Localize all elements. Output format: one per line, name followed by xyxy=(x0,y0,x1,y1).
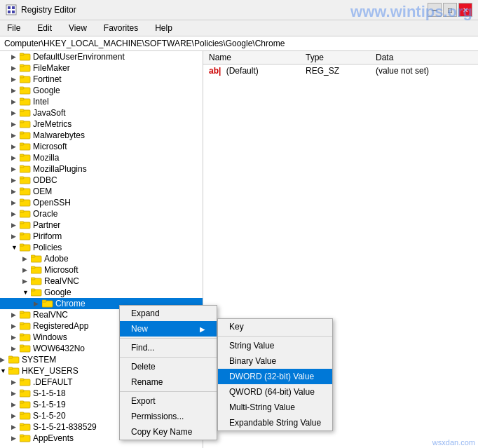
folder-icon xyxy=(20,209,31,219)
tree-item-Partner[interactable]: ▶ Partner xyxy=(0,219,203,231)
expand-arrow: ▶ xyxy=(11,76,20,83)
tree-item-label: OEM xyxy=(33,186,52,196)
tree-item-GooglePolicies[interactable]: ▼ Google xyxy=(0,287,203,298)
tree-item-ODBC[interactable]: ▶ ODBC xyxy=(0,175,203,186)
submenu-item-multiStringValue[interactable]: Multi-String Value xyxy=(218,400,332,415)
menu-edit[interactable]: Edit xyxy=(33,22,56,34)
window-title: Registry Editor xyxy=(21,5,76,15)
tree-item-Microsoft2[interactable]: ▶ Microsoft xyxy=(0,264,203,276)
svg-rect-8 xyxy=(20,65,24,67)
menu-file[interactable]: File xyxy=(3,22,25,34)
tree-item-label: RegisteredApp xyxy=(33,321,88,331)
expand-arrow: ▶ xyxy=(11,379,20,386)
close-button[interactable]: ✕ xyxy=(458,3,472,17)
tree-item-Google[interactable]: ▶ Google xyxy=(0,85,203,96)
context-menu-item-export[interactable]: Export xyxy=(120,393,217,409)
menu-favorites[interactable]: Favorites xyxy=(100,22,142,34)
svg-rect-62 xyxy=(8,367,13,369)
submenu-item-expandableStringValue[interactable]: Expandable String Value xyxy=(218,415,332,430)
tree-item-Mozilla[interactable]: ▶ Mozilla xyxy=(0,152,203,163)
tree-item-Oracle[interactable]: ▶ Oracle xyxy=(0,208,203,219)
context-menu-item-delete[interactable]: Delete xyxy=(120,359,217,374)
value-name: ab| (Default) xyxy=(209,66,306,76)
expand-arrow: ▶ xyxy=(11,53,20,60)
values-header: Name Type Data xyxy=(203,51,478,65)
minimize-button[interactable]: ─ xyxy=(428,3,442,17)
svg-rect-72 xyxy=(20,423,24,426)
folder-icon xyxy=(20,377,31,387)
window-controls[interactable]: ─ □ ✕ xyxy=(428,3,472,17)
expand-arrow: ▶ xyxy=(11,390,20,397)
submenu-item-dwordValue[interactable]: DWORD (32-bit) Value xyxy=(218,369,332,384)
maximize-button[interactable]: □ xyxy=(443,3,457,17)
submenu-item-label: Binary Value xyxy=(229,356,276,366)
tree-item-OEM[interactable]: ▶ OEM xyxy=(0,186,203,197)
expand-arrow: ▶ xyxy=(11,109,20,116)
folder-icon xyxy=(20,52,31,62)
submenu-item-qwordValue[interactable]: QWORD (64-bit) Value xyxy=(218,384,332,400)
submenu-item-binaryValue[interactable]: Binary Value xyxy=(218,353,332,369)
folder-icon xyxy=(8,355,20,365)
tree-item-label: Intel xyxy=(33,97,49,107)
context-menu-label: New xyxy=(131,324,148,334)
tree-item-Fortinet[interactable]: ▶ Fortinet xyxy=(0,74,203,85)
folder-icon xyxy=(20,400,31,409)
expand-arrow: ▶ xyxy=(22,255,31,262)
context-menu-item-copyKeyName[interactable]: Copy Key Name xyxy=(120,424,217,440)
tree-item-JreMetrics[interactable]: ▶ JreMetrics xyxy=(0,118,203,130)
svg-rect-68 xyxy=(20,401,24,403)
tree-item-label: S-1-5-21-838529 xyxy=(33,422,97,432)
context-menu-item-new[interactable]: New▶ xyxy=(120,321,217,337)
tree-item-Policies[interactable]: ▼ Policies xyxy=(0,242,203,253)
tree-item-Malwarebytes[interactable]: ▶ Malwarebytes xyxy=(0,130,203,141)
submenu-item-stringValue[interactable]: String Value xyxy=(218,338,332,353)
tree-item-RealVNC2[interactable]: ▶ RealVNC xyxy=(0,276,203,287)
folder-icon xyxy=(20,108,31,118)
value-type: REG_SZ xyxy=(306,66,376,76)
separator xyxy=(120,357,217,358)
tree-item-Intel[interactable]: ▶ Intel xyxy=(0,96,203,107)
tree-item-FileMaker[interactable]: ▶ FileMaker xyxy=(0,62,203,74)
folder-icon xyxy=(20,321,31,331)
tree-item-DefaultUserEnvironment[interactable]: ▶ DefaultUserEnvironment xyxy=(0,51,203,62)
tree-item-JavaSoft[interactable]: ▶ JavaSoft xyxy=(0,107,203,118)
tree-item-Piriform[interactable]: ▶ Piriform xyxy=(0,231,203,242)
tree-item-MozillaPlugins[interactable]: ▶ MozillaPlugins xyxy=(0,163,203,175)
svg-rect-12 xyxy=(20,87,24,89)
context-menu-item-rename[interactable]: Rename xyxy=(120,374,217,390)
context-menu-item-expand[interactable]: Expand xyxy=(120,306,217,321)
context-menu-label: Expand xyxy=(131,308,160,318)
folder-icon xyxy=(20,86,31,95)
expand-arrow: ▶ xyxy=(11,177,20,184)
value-row[interactable]: ab| (Default) REG_SZ (value not set) xyxy=(203,65,478,77)
folder-icon xyxy=(20,411,31,421)
tree-item-label: JavaSoft xyxy=(33,108,66,118)
folder-icon xyxy=(31,276,42,286)
menu-view[interactable]: View xyxy=(64,22,91,34)
folder-icon xyxy=(20,142,31,151)
tree-item-label: Chrome xyxy=(55,299,86,308)
context-menu-label: Permissions... xyxy=(131,412,184,421)
separator xyxy=(120,391,217,392)
folder-icon xyxy=(20,231,31,241)
folder-icon xyxy=(20,97,31,107)
svg-rect-64 xyxy=(20,379,24,381)
tree-item-label: Policies xyxy=(33,243,62,252)
expand-arrow: ▼ xyxy=(11,244,20,251)
svg-rect-34 xyxy=(20,210,24,212)
context-menu-item-find[interactable]: Find... xyxy=(120,340,217,355)
svg-rect-44 xyxy=(31,266,35,269)
tree-item-Microsoft[interactable]: ▶ Microsoft xyxy=(0,141,203,152)
submenu-item-label: QWORD (64-bit) Value xyxy=(229,387,315,397)
tree-item-Adobe[interactable]: ▶ Adobe xyxy=(0,253,203,264)
tree-item-OpenSSH[interactable]: ▶ OpenSSH xyxy=(0,197,203,208)
folder-icon xyxy=(20,74,31,84)
context-menu-item-permissions[interactable]: Permissions... xyxy=(120,409,217,424)
menu-help[interactable]: Help xyxy=(151,22,177,34)
tree-item-label: OpenSSH xyxy=(33,198,71,208)
expand-arrow: ▶ xyxy=(11,65,20,72)
context-menu-label: Delete xyxy=(131,362,156,372)
submenu-item-key[interactable]: Key xyxy=(218,319,332,334)
expand-arrow: ▶ xyxy=(11,143,20,150)
svg-rect-1 xyxy=(8,6,11,9)
